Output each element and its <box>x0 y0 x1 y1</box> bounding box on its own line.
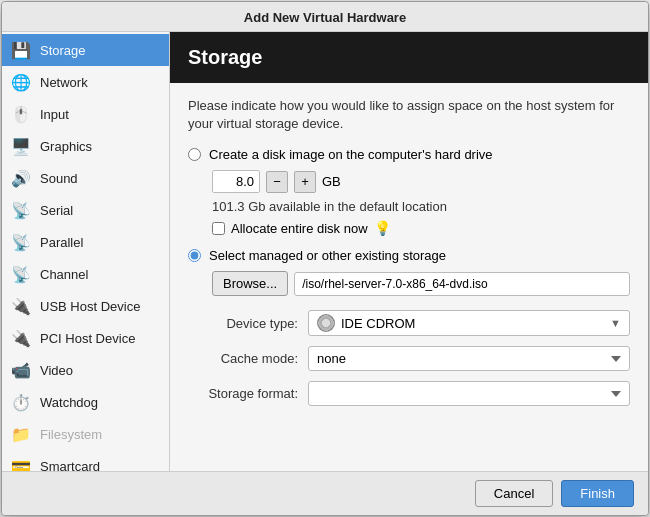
sidebar-label-network: Network <box>40 75 88 90</box>
disk-size-input[interactable] <box>212 170 260 193</box>
sidebar-item-pci-host[interactable]: 🔌 PCI Host Device <box>2 322 169 354</box>
device-type-label: Device type: <box>188 316 298 331</box>
decrement-size-button[interactable]: − <box>266 171 288 193</box>
cache-mode-row: Cache mode: none <box>188 346 630 371</box>
sidebar-label-usb-host: USB Host Device <box>40 299 140 314</box>
browse-button[interactable]: Browse... <box>212 271 288 296</box>
section-header: Storage <box>170 32 648 83</box>
sidebar-item-input[interactable]: 🖱️ Input <box>2 98 169 130</box>
device-type-row: Device type: IDE CDROM ▼ <box>188 310 630 336</box>
section-title: Storage <box>188 46 262 68</box>
sidebar-item-graphics[interactable]: 🖥️ Graphics <box>2 130 169 162</box>
cdrom-icon <box>317 314 335 332</box>
input-icon: 🖱️ <box>10 103 32 125</box>
storage-icon: 💾 <box>10 39 32 61</box>
bulb-icon: 💡 <box>374 220 391 236</box>
parallel-icon: 📡 <box>10 231 32 253</box>
storage-format-row: Storage format: <box>188 381 630 406</box>
sidebar-label-smartcard: Smartcard <box>40 459 100 472</box>
allocate-label[interactable]: Allocate entire disk now <box>231 221 368 236</box>
main-content: Storage Please indicate how you would li… <box>170 32 648 471</box>
storage-format-select[interactable] <box>308 381 630 406</box>
description-text: Please indicate how you would like to as… <box>188 97 630 133</box>
finish-button[interactable]: Finish <box>561 480 634 507</box>
select-storage-label[interactable]: Select managed or other existing storage <box>209 248 446 263</box>
browse-row: Browse... <box>212 271 630 296</box>
sidebar-label-graphics: Graphics <box>40 139 92 154</box>
create-disk-label[interactable]: Create a disk image on the computer's ha… <box>209 147 493 162</box>
cache-mode-select[interactable]: none <box>308 346 630 371</box>
sidebar-label-filesystem: Filesystem <box>40 427 102 442</box>
create-disk-option-row: Create a disk image on the computer's ha… <box>188 147 630 162</box>
disk-size-row: − + GB <box>212 170 630 193</box>
channel-icon: 📡 <box>10 263 32 285</box>
sidebar-item-watchdog[interactable]: ⏱️ Watchdog <box>2 386 169 418</box>
sidebar-item-storage[interactable]: 💾 Storage <box>2 34 169 66</box>
storage-format-label: Storage format: <box>188 386 298 401</box>
usb-host-icon: 🔌 <box>10 295 32 317</box>
storage-path-input[interactable] <box>294 272 630 296</box>
sidebar: 💾 Storage 🌐 Network 🖱️ Input 🖥️ Graphics… <box>2 32 170 471</box>
graphics-icon: 🖥️ <box>10 135 32 157</box>
video-icon: 📹 <box>10 359 32 381</box>
pci-host-icon: 🔌 <box>10 327 32 349</box>
sidebar-label-parallel: Parallel <box>40 235 83 250</box>
sidebar-item-video[interactable]: 📹 Video <box>2 354 169 386</box>
sidebar-item-parallel[interactable]: 📡 Parallel <box>2 226 169 258</box>
sidebar-label-pci-host: PCI Host Device <box>40 331 135 346</box>
select-storage-radio[interactable] <box>188 249 201 262</box>
dialog-footer: Cancel Finish <box>2 471 648 515</box>
sidebar-label-watchdog: Watchdog <box>40 395 98 410</box>
sidebar-item-usb-host[interactable]: 🔌 USB Host Device <box>2 290 169 322</box>
serial-icon: 📡 <box>10 199 32 221</box>
smartcard-icon: 💳 <box>10 455 32 471</box>
device-type-select[interactable]: IDE CDROM ▼ <box>308 310 630 336</box>
cache-mode-label: Cache mode: <box>188 351 298 366</box>
sidebar-item-serial[interactable]: 📡 Serial <box>2 194 169 226</box>
allocate-checkbox[interactable] <box>212 222 225 235</box>
sidebar-item-channel[interactable]: 📡 Channel <box>2 258 169 290</box>
cancel-button[interactable]: Cancel <box>475 480 553 507</box>
dialog-title: Add New Virtual Hardware <box>2 2 648 32</box>
sidebar-label-channel: Channel <box>40 267 88 282</box>
watchdog-icon: ⏱️ <box>10 391 32 413</box>
device-type-chevron: ▼ <box>610 317 621 329</box>
device-type-value: IDE CDROM <box>341 316 604 331</box>
add-hardware-dialog: Add New Virtual Hardware 💾 Storage 🌐 Net… <box>1 1 649 516</box>
filesystem-icon: 📁 <box>10 423 32 445</box>
section-body: Please indicate how you would like to as… <box>170 83 648 471</box>
increment-size-button[interactable]: + <box>294 171 316 193</box>
network-icon: 🌐 <box>10 71 32 93</box>
sound-icon: 🔊 <box>10 167 32 189</box>
available-text: 101.3 Gb available in the default locati… <box>212 199 630 214</box>
sidebar-label-storage: Storage <box>40 43 86 58</box>
sidebar-label-sound: Sound <box>40 171 78 186</box>
dialog-body: 💾 Storage 🌐 Network 🖱️ Input 🖥️ Graphics… <box>2 32 648 471</box>
select-storage-option-row: Select managed or other existing storage <box>188 248 630 263</box>
sidebar-item-sound[interactable]: 🔊 Sound <box>2 162 169 194</box>
sidebar-item-smartcard[interactable]: 💳 Smartcard <box>2 450 169 471</box>
sidebar-item-network[interactable]: 🌐 Network <box>2 66 169 98</box>
allocate-row: Allocate entire disk now 💡 <box>212 220 630 236</box>
sidebar-label-serial: Serial <box>40 203 73 218</box>
create-disk-radio[interactable] <box>188 148 201 161</box>
disk-size-unit: GB <box>322 174 341 189</box>
sidebar-item-filesystem: 📁 Filesystem <box>2 418 169 450</box>
sidebar-label-video: Video <box>40 363 73 378</box>
sidebar-label-input: Input <box>40 107 69 122</box>
